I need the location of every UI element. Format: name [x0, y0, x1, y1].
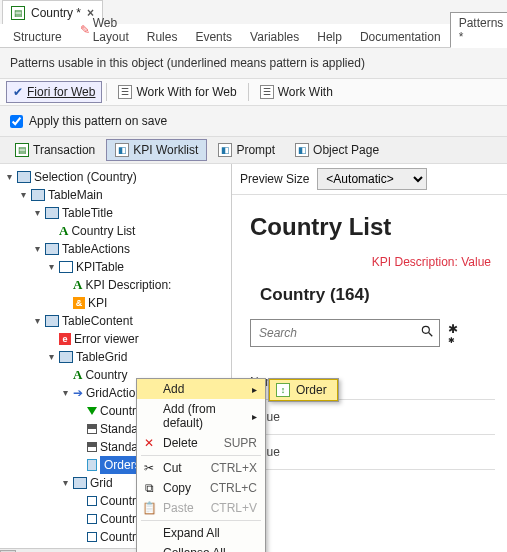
- var-icon: &: [73, 297, 85, 309]
- tree-tablemain[interactable]: ▾TableMain: [2, 186, 229, 204]
- tab-web-layout[interactable]: ✎ Web Layout: [71, 12, 138, 48]
- menu-cut[interactable]: ✂CutCTRL+X: [137, 458, 265, 478]
- object-page-icon: ◧: [295, 143, 309, 157]
- gear-icon: ✱: [448, 336, 458, 345]
- tab-documentation[interactable]: Documentation: [351, 26, 450, 48]
- transaction-icon: ▤: [11, 6, 25, 20]
- gear-icon: ✱: [448, 322, 458, 336]
- table-icon: [45, 315, 59, 327]
- cut-icon: ✂: [141, 461, 157, 475]
- ww-web-icon: ☰: [118, 85, 132, 99]
- flag-icon: [87, 442, 97, 452]
- group-icon: [59, 261, 73, 273]
- svg-line-1: [429, 333, 433, 337]
- pattern-ww[interactable]: ☰ Work With: [253, 81, 340, 103]
- table-icon: [59, 351, 73, 363]
- preview-panel: Preview Size <Automatic> Country List KP…: [232, 164, 507, 552]
- menu-copy[interactable]: ⧉CopyCTRL+C: [137, 478, 265, 498]
- text-icon: A: [73, 276, 82, 294]
- tree-tabletitle[interactable]: ▾TableTitle: [2, 204, 229, 222]
- tree-kpi[interactable]: &KPI: [2, 294, 229, 312]
- tab-patterns[interactable]: Patterns *: [450, 12, 507, 48]
- prompt-icon: ◧: [218, 143, 232, 157]
- menu-expand-all[interactable]: Expand All: [137, 523, 265, 543]
- checkmark-icon: ✔: [13, 85, 23, 99]
- table-icon: [45, 207, 59, 219]
- flag-icon: [87, 424, 97, 434]
- kpi-description: KPI Description: Value: [250, 255, 495, 269]
- submenu-order[interactable]: ↕ Order: [269, 379, 338, 401]
- tab-variables[interactable]: Variables: [241, 26, 308, 48]
- copy-icon: ⧉: [141, 481, 157, 495]
- attr-icon: [87, 514, 97, 524]
- settings-button[interactable]: ✱ ✱: [448, 322, 458, 345]
- context-menu: Add▸ Add (from default)▸ ✕DeleteSUPR ✂Cu…: [136, 378, 266, 552]
- ww-icon: ☰: [260, 85, 274, 99]
- menu-add-default[interactable]: Add (from default)▸: [137, 399, 265, 433]
- column-value-1: Value: [250, 400, 495, 435]
- patterns-description: Patterns usable in this object (underlin…: [0, 48, 507, 78]
- palette-icon: ✎: [80, 23, 90, 37]
- tab-prompt[interactable]: ◧Prompt: [209, 139, 284, 161]
- grid-icon: [73, 477, 87, 489]
- menu-delete[interactable]: ✕DeleteSUPR: [137, 433, 265, 453]
- editor-tab-strip: Structure ✎ Web Layout Rules Events Vari…: [0, 24, 507, 48]
- tree-kpidesc[interactable]: AKPI Description:: [2, 276, 229, 294]
- attr-icon: [87, 496, 97, 506]
- tab-object-page[interactable]: ◧Object Page: [286, 139, 388, 161]
- add-submenu: ↕ Order: [268, 378, 339, 402]
- menu-add[interactable]: Add▸: [137, 379, 265, 399]
- menu-collapse-all[interactable]: Collapse All: [137, 543, 265, 552]
- search-icon[interactable]: [420, 324, 434, 338]
- preview-size-select[interactable]: <Automatic>: [317, 168, 427, 190]
- transaction-small-icon: ▤: [15, 143, 29, 157]
- pattern-fiori[interactable]: ✔ Fiori for Web: [6, 81, 102, 103]
- delete-icon: ✕: [141, 436, 157, 450]
- tree-tablegrid[interactable]: ▾TableGrid: [2, 348, 229, 366]
- arrow-right-icon: ➔: [73, 384, 83, 402]
- text-icon: A: [73, 366, 82, 384]
- tab-events[interactable]: Events: [186, 26, 241, 48]
- tab-kpi-worklist[interactable]: ◧KPI Worklist: [106, 139, 207, 161]
- tab-rules[interactable]: Rules: [138, 26, 187, 48]
- section-title: Country (164): [250, 285, 495, 305]
- apply-on-save-label: Apply this pattern on save: [29, 114, 167, 128]
- pattern-ww-web[interactable]: ☰ Work With for Web: [111, 81, 243, 103]
- tree-root[interactable]: ▾Selection (Country): [2, 168, 229, 186]
- tab-help[interactable]: Help: [308, 26, 351, 48]
- page-title: Country List: [250, 213, 495, 241]
- tab-structure[interactable]: Structure: [4, 26, 71, 48]
- submenu-arrow-icon: ▸: [252, 384, 257, 395]
- kpi-icon: ◧: [115, 143, 129, 157]
- table-icon: [17, 171, 31, 183]
- column-value-2: Value: [250, 435, 495, 470]
- svg-point-0: [422, 326, 429, 333]
- table-icon: [45, 243, 59, 255]
- submenu-arrow-icon: ▸: [252, 411, 257, 422]
- text-icon: A: [59, 222, 68, 240]
- error-icon: e: [59, 333, 71, 345]
- instance-tab-strip: ▤Transaction ◧KPI Worklist ◧Prompt ◧Obje…: [0, 136, 507, 164]
- filter-icon: [87, 407, 97, 415]
- table-icon: [31, 189, 45, 201]
- search-input[interactable]: [250, 319, 440, 347]
- apply-on-save-checkbox[interactable]: [10, 115, 23, 128]
- attr-icon: [87, 532, 97, 542]
- tree-tableactions[interactable]: ▾TableActions: [2, 240, 229, 258]
- tree-tablecontent[interactable]: ▾TableContent: [2, 312, 229, 330]
- apply-on-save-row: Apply this pattern on save: [0, 106, 507, 136]
- preview-size-label: Preview Size: [240, 172, 309, 186]
- paste-icon: 📋: [141, 501, 157, 515]
- tab-transaction[interactable]: ▤Transaction: [6, 139, 104, 161]
- tree-kpitable[interactable]: ▾KPITable: [2, 258, 229, 276]
- tree-countrylist[interactable]: ACountry List: [2, 222, 229, 240]
- pattern-toolbar: ✔ Fiori for Web ☰ Work With for Web ☰ Wo…: [0, 78, 507, 106]
- action-icon: [87, 459, 97, 471]
- order-icon: ↕: [276, 383, 290, 397]
- tree-errorviewer[interactable]: eError viewer: [2, 330, 229, 348]
- menu-paste: 📋PasteCTRL+V: [137, 498, 265, 518]
